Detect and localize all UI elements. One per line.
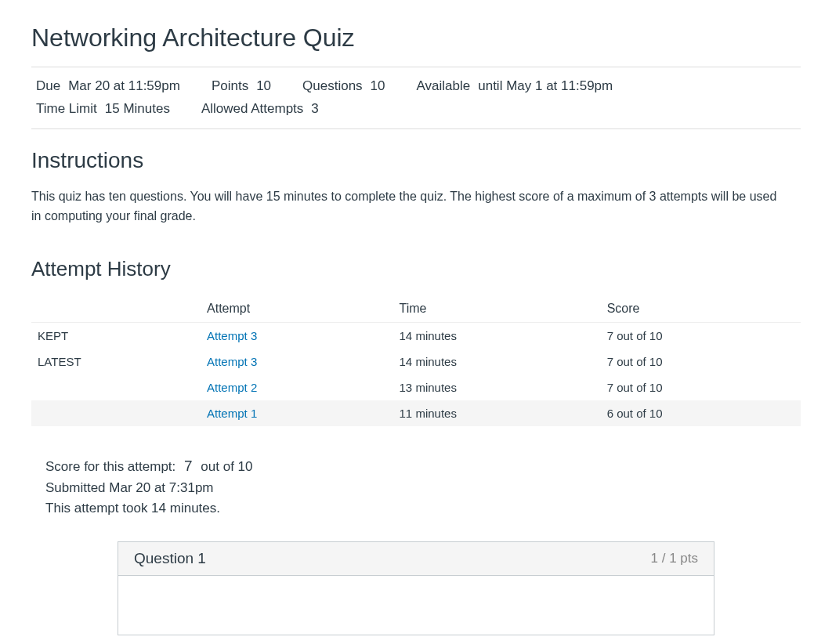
meta-questions-value: 10 — [371, 75, 385, 98]
table-row: KEPT Attempt 3 14 minutes 7 out of 10 — [31, 323, 801, 349]
quiz-title: Networking Architecture Quiz — [31, 24, 801, 52]
duration-text: This attempt took 14 minutes. — [45, 498, 787, 519]
meta-timelimit-label: Time Limit — [36, 98, 97, 121]
row-time: 14 minutes — [393, 323, 601, 349]
submitted-text: Submitted Mar 20 at 7:31pm — [45, 478, 787, 498]
attempt-history-table: Attempt Time Score KEPT Attempt 3 14 min… — [31, 295, 801, 426]
question-header: Question 1 1 / 1 pts — [118, 542, 714, 576]
meta-points-value: 10 — [256, 75, 271, 98]
row-time: 13 minutes — [393, 374, 601, 400]
quiz-meta-bar: Due Mar 20 at 11:59pm Points 10 Question… — [31, 67, 801, 129]
meta-available-label: Available — [417, 75, 471, 98]
attempt-link[interactable]: Attempt 2 — [207, 381, 257, 394]
meta-available: Available until May 1 at 11:59pm — [417, 75, 613, 98]
question-title: Question 1 — [134, 550, 206, 567]
table-row: Attempt 2 13 minutes 7 out of 10 — [31, 374, 801, 400]
meta-due-label: Due — [36, 75, 60, 98]
row-score: 7 out of 10 — [601, 323, 801, 349]
question-body — [118, 576, 714, 623]
col-time-header: Time — [393, 295, 601, 323]
meta-timelimit: Time Limit 15 Minutes — [36, 98, 170, 121]
row-score: 7 out of 10 — [601, 349, 801, 374]
row-badge: KEPT — [31, 323, 201, 349]
meta-questions-label: Questions — [302, 75, 363, 98]
row-time: 11 minutes — [393, 400, 601, 426]
attempt-history-heading: Attempt History — [31, 257, 801, 281]
row-time: 14 minutes — [393, 349, 601, 374]
col-score-header: Score — [601, 295, 801, 323]
meta-available-value: until May 1 at 11:59pm — [478, 75, 613, 98]
row-badge — [31, 400, 201, 426]
meta-points-label: Points — [212, 75, 248, 98]
table-row: LATEST Attempt 3 14 minutes 7 out of 10 — [31, 349, 801, 374]
col-badge-header — [31, 295, 201, 323]
row-badge: LATEST — [31, 349, 201, 374]
meta-questions: Questions 10 — [302, 75, 385, 98]
meta-allowed: Allowed Attempts 3 — [201, 98, 319, 121]
score-value: 7 — [179, 454, 197, 477]
col-attempt-header: Attempt — [201, 295, 393, 323]
question-points: 1 / 1 pts — [651, 551, 698, 566]
row-score: 6 out of 10 — [601, 400, 801, 426]
attempt-link[interactable]: Attempt 3 — [207, 329, 257, 342]
attempt-link[interactable]: Attempt 3 — [207, 355, 257, 368]
score-label: Score for this attempt: — [45, 459, 175, 474]
meta-due: Due Mar 20 at 11:59pm — [36, 75, 180, 98]
meta-timelimit-value: 15 Minutes — [105, 98, 170, 121]
row-score: 7 out of 10 — [601, 374, 801, 400]
meta-allowed-label: Allowed Attempts — [201, 98, 303, 121]
instructions-body: This quiz has ten questions. You will ha… — [31, 187, 783, 226]
table-row: Attempt 1 11 minutes 6 out of 10 — [31, 400, 801, 426]
meta-points: Points 10 — [212, 75, 271, 98]
score-summary: Score for this attempt: 7 out of 10 Subm… — [31, 454, 801, 519]
instructions-heading: Instructions — [31, 148, 801, 173]
question-card: Question 1 1 / 1 pts — [118, 541, 714, 635]
row-badge — [31, 374, 201, 400]
attempt-link[interactable]: Attempt 1 — [207, 407, 257, 420]
table-header-row: Attempt Time Score — [31, 295, 801, 323]
meta-allowed-value: 3 — [311, 98, 318, 121]
score-suffix: out of 10 — [201, 459, 252, 474]
meta-due-value: Mar 20 at 11:59pm — [68, 75, 180, 98]
